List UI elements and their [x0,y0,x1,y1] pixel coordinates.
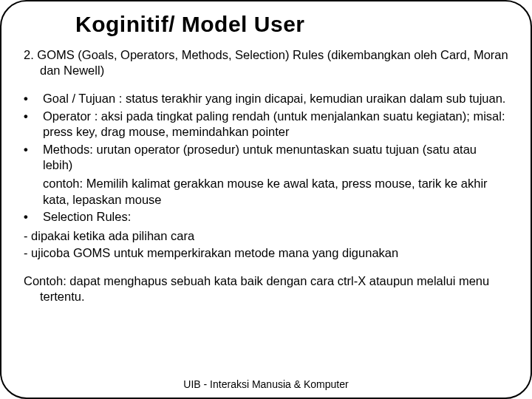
bullet-methods: Methods: urutan operator (prosedur) untu… [24,142,508,174]
bullet-list: Goal / Tujuan : status terakhir yang ing… [24,91,508,173]
methods-example: contoh: Memilih kalimat gerakkan mouse k… [24,176,508,208]
slide-frame: Koginitif/ Model User 2. GOMS (Goals, Op… [0,0,532,399]
dash-2: - ujicoba GOMS untuk memperkirakan metod… [24,245,508,261]
slide-title: Koginitif/ Model User [75,12,508,37]
bullet-selection: Selection Rules: [24,209,508,225]
intro-text: 2. GOMS (Goals, Operators, Methods, Sele… [40,47,508,78]
example-text: Contoh: dapat menghapus sebuah kata baik… [40,273,508,305]
bullet-list-2: Selection Rules: [24,209,508,225]
bullet-goal: Goal / Tujuan : status terakhir yang ing… [24,91,508,106]
bullet-operator: Operator : aksi pada tingkat paling rend… [24,109,508,140]
dash-1: - dipakai ketika ada pilihan cara [24,228,508,244]
footer-text: UIB - Interaksi Manusia & Komputer [1,378,531,390]
